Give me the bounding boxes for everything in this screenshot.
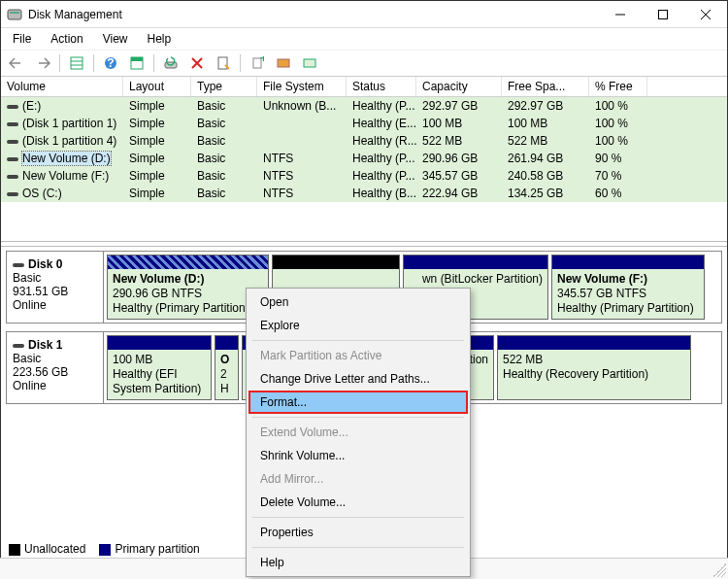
refresh-icon[interactable] xyxy=(159,52,182,74)
col-status[interactable]: Status xyxy=(347,77,416,96)
col-type[interactable]: Type xyxy=(191,77,257,96)
menu-file[interactable]: File xyxy=(5,30,39,48)
col-filesystem[interactable]: File System xyxy=(257,77,347,96)
table-row[interactable]: OS (C:)SimpleBasicNTFSHealthy (B...222.9… xyxy=(1,185,727,202)
splitter[interactable] xyxy=(1,241,727,247)
menu-separator xyxy=(252,417,464,418)
disk-icon xyxy=(7,157,18,161)
svg-rect-6 xyxy=(71,57,83,69)
legend-swatch-unallocated xyxy=(9,544,20,556)
help-icon[interactable]: ? xyxy=(99,52,122,74)
action2-icon[interactable] xyxy=(298,52,321,74)
svg-rect-19 xyxy=(278,59,289,67)
svg-rect-12 xyxy=(131,57,143,61)
disk-icon xyxy=(13,344,24,348)
disk-icon xyxy=(7,140,18,144)
legend: Unallocated Primary partition xyxy=(5,540,204,558)
menu-item[interactable]: Help xyxy=(248,551,468,574)
menubar: File Action View Help xyxy=(1,28,727,50)
col-free[interactable]: Free Spa... xyxy=(502,77,589,96)
col-pctfree[interactable]: % Free xyxy=(589,77,647,96)
menu-item[interactable]: Change Drive Letter and Paths... xyxy=(248,367,468,391)
volume-columns: Volume Layout Type File System Status Ca… xyxy=(1,77,727,97)
view-list-icon[interactable] xyxy=(65,52,88,74)
legend-label-primary: Primary partition xyxy=(115,542,199,556)
svg-rect-3 xyxy=(659,10,668,18)
properties-icon[interactable] xyxy=(212,52,235,74)
close-button[interactable] xyxy=(684,1,727,28)
view-top-icon[interactable] xyxy=(125,52,149,74)
svg-text:+: + xyxy=(260,56,264,65)
window-title: Disk Management xyxy=(28,8,599,21)
toolbar: ? + xyxy=(1,50,727,77)
svg-rect-1 xyxy=(10,12,19,14)
menu-item[interactable]: Open xyxy=(248,290,468,314)
menu-item: Extend Volume... xyxy=(248,421,468,444)
table-row[interactable]: (Disk 1 partition 4)SimpleBasicHealthy (… xyxy=(1,132,727,150)
partition[interactable]: 522 MBHealthy (Recovery Partition) xyxy=(497,335,691,400)
legend-swatch-primary xyxy=(99,544,111,556)
new-icon[interactable]: + xyxy=(246,52,269,74)
menu-item[interactable]: Delete Volume... xyxy=(248,491,468,514)
menu-separator xyxy=(252,547,464,548)
action1-icon[interactable] xyxy=(272,52,295,74)
menu-view[interactable]: View xyxy=(95,30,136,48)
col-capacity[interactable]: Capacity xyxy=(416,77,502,96)
menu-item: Add Mirror... xyxy=(248,467,468,491)
disk-icon xyxy=(7,192,18,196)
partition[interactable]: 100 MBHealthy (EFI System Partition) xyxy=(107,335,212,400)
partition[interactable]: O2H xyxy=(215,335,239,400)
menu-action[interactable]: Action xyxy=(43,30,90,48)
menu-separator xyxy=(252,340,464,341)
legend-label-unallocated: Unallocated xyxy=(24,542,85,556)
svg-text:?: ? xyxy=(107,56,114,70)
disk-label[interactable]: Disk 1Basic223.56 GBOnline xyxy=(7,332,104,403)
menu-item: Mark Partition as Active xyxy=(248,344,468,367)
menu-help[interactable]: Help xyxy=(140,30,180,48)
menu-item[interactable]: Explore xyxy=(248,314,468,337)
table-row[interactable]: New Volume (D:)SimpleBasicNTFSHealthy (P… xyxy=(1,150,727,167)
disk-label[interactable]: Disk 0Basic931.51 GBOnline xyxy=(7,252,104,323)
disk-icon xyxy=(7,122,18,126)
disk-icon xyxy=(7,175,18,179)
table-row[interactable]: (Disk 1 partition 1)SimpleBasicHealthy (… xyxy=(1,115,727,132)
svg-rect-16 xyxy=(218,57,227,69)
disk-icon xyxy=(7,105,18,109)
menu-item[interactable]: Shrink Volume... xyxy=(248,444,468,467)
back-button[interactable] xyxy=(5,52,28,74)
disk-icon xyxy=(13,263,24,267)
app-icon xyxy=(7,7,22,22)
table-row[interactable]: New Volume (F:)SimpleBasicNTFSHealthy (P… xyxy=(1,167,727,185)
titlebar: Disk Management xyxy=(1,1,727,28)
col-layout[interactable]: Layout xyxy=(123,77,191,96)
context-menu: OpenExploreMark Partition as ActiveChang… xyxy=(246,288,471,577)
forward-button[interactable] xyxy=(31,52,54,74)
svg-rect-20 xyxy=(304,59,315,67)
menu-separator xyxy=(252,517,464,518)
menu-item[interactable]: Properties xyxy=(248,521,468,544)
partition[interactable]: New Volume (D:)290.96 GB NTFSHealthy (Pr… xyxy=(107,255,269,320)
menu-item[interactable]: Format... xyxy=(248,391,468,414)
delete-icon[interactable] xyxy=(185,52,209,74)
col-volume[interactable]: Volume xyxy=(1,77,123,96)
maximize-button[interactable] xyxy=(642,1,684,28)
svg-rect-0 xyxy=(8,10,21,19)
partition[interactable]: New Volume (F:)345.57 GB NTFSHealthy (Pr… xyxy=(551,255,705,320)
minimize-button[interactable] xyxy=(599,1,642,28)
volume-list[interactable]: (E:)SimpleBasicUnknown (B...Healthy (P..… xyxy=(1,97,727,202)
table-row[interactable]: (E:)SimpleBasicUnknown (B...Healthy (P..… xyxy=(1,97,727,115)
